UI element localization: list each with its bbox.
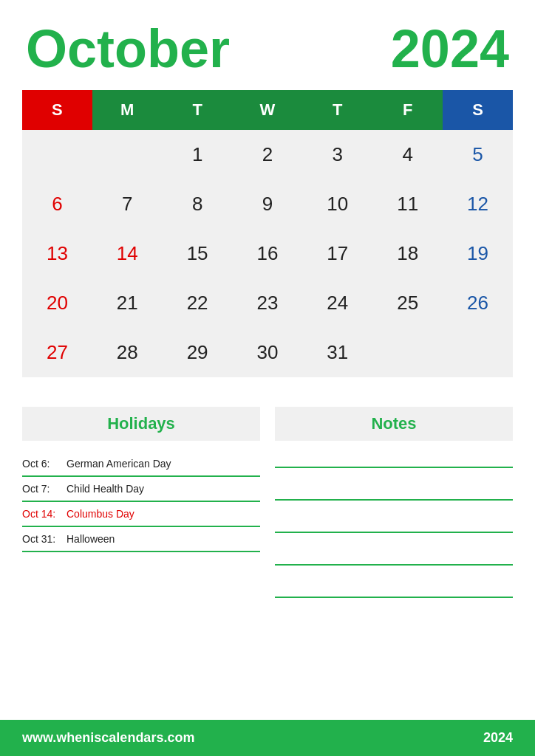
holiday-date: Oct 6: [22,458,67,470]
note-line[interactable] [275,517,513,533]
holiday-name: Columbus Day [67,508,134,520]
calendar-day: 28 [92,328,163,377]
footer-url: www.wheniscalendars.com [22,730,194,746]
holiday-date: Oct 31: [22,533,67,545]
calendar-day: 27 [22,328,92,377]
month-title: October [26,22,230,75]
calendar-day: 30 [233,328,303,377]
calendar-day: 21 [92,278,163,328]
calendar-day: 19 [443,229,513,278]
calendar-day: 7 [92,179,163,229]
calendar-day: 20 [22,278,92,328]
holidays-title: Holidays [22,407,260,441]
note-line[interactable] [275,582,513,598]
holiday-date: Oct 14: [22,508,67,520]
calendar-day: 25 [372,278,443,328]
day-header-tue: T [163,90,233,130]
calendar-day: 6 [22,179,92,229]
calendar-day: 11 [372,179,443,229]
calendar-day: 4 [372,130,443,179]
calendar-day: 31 [302,328,372,377]
calendar-day: 26 [443,278,513,328]
holiday-date: Oct 7: [22,483,67,495]
calendar-day: 15 [163,229,233,278]
calendar-header: October 2024 [0,0,535,90]
notes-panel: Notes [275,407,513,614]
notes-lines [275,452,513,598]
calendar-day: 16 [233,229,303,278]
calendar-day: 10 [302,179,372,229]
calendar-day: 13 [22,229,92,278]
day-header-mon: M [92,90,163,130]
holiday-name: Halloween [67,533,115,545]
calendar-day: 9 [233,179,303,229]
calendar-day: 1 [163,130,233,179]
notes-title: Notes [275,407,513,441]
calendar-day [443,328,513,377]
calendar-day: 23 [233,278,303,328]
calendar-day [372,328,443,377]
calendar-header-row: S M T W T F S [22,90,513,130]
holidays-panel: Holidays Oct 6:German American DayOct 7:… [22,407,260,614]
calendar-body: 1234567891011121314151617181920212223242… [22,130,513,377]
note-line[interactable] [275,452,513,468]
note-line[interactable] [275,484,513,501]
calendar-day: 12 [443,179,513,229]
calendar-day: 3 [302,130,372,179]
calendar-day: 5 [443,130,513,179]
note-line[interactable] [275,549,513,566]
calendar-day: 2 [233,130,303,179]
day-header-fri: F [372,90,443,130]
calendar-table: S M T W T F S 12345678910111213141516171… [22,90,513,377]
holiday-item: Oct 31:Halloween [22,527,260,552]
holidays-list: Oct 6:German American DayOct 7:Child Hea… [22,452,260,552]
calendar-day [92,130,163,179]
year-title: 2024 [391,22,509,75]
calendar-day [22,130,92,179]
calendar-day: 8 [163,179,233,229]
bottom-section: Holidays Oct 6:German American DayOct 7:… [0,392,535,614]
calendar-wrapper: S M T W T F S 12345678910111213141516171… [0,90,535,377]
holiday-item: Oct 14:Columbus Day [22,502,260,527]
footer-year: 2024 [483,730,513,746]
holiday-item: Oct 7:Child Health Day [22,477,260,502]
calendar-day: 22 [163,278,233,328]
calendar-day: 17 [302,229,372,278]
day-header-wed: W [233,90,303,130]
calendar-day: 14 [92,229,163,278]
calendar-day: 24 [302,278,372,328]
calendar-day: 18 [372,229,443,278]
day-header-sun: S [22,90,92,130]
day-header-sat: S [443,90,513,130]
day-header-thu: T [302,90,372,130]
holiday-name: Child Health Day [67,483,144,495]
holiday-name: German American Day [67,458,171,470]
footer: www.wheniscalendars.com 2024 [0,720,535,756]
calendar-day: 29 [163,328,233,377]
holiday-item: Oct 6:German American Day [22,452,260,477]
